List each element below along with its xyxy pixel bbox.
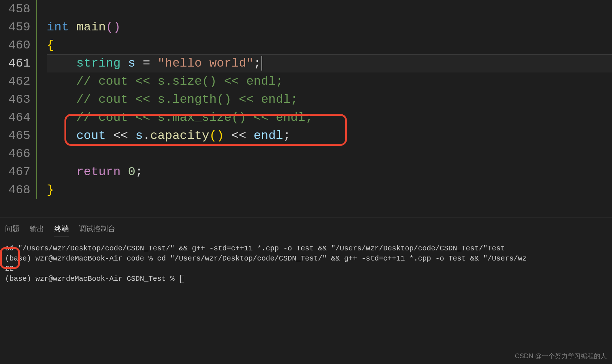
line-number-gutter: 458459460461462463464465466467468 (0, 0, 36, 199)
code-editor[interactable]: 458459460461462463464465466467468 int ma… (0, 0, 612, 217)
code-line[interactable]: int main() (47, 18, 612, 36)
code-line[interactable]: { (47, 36, 612, 54)
tab-terminal[interactable]: 终端 (54, 224, 69, 237)
code-line[interactable]: // cout << s.length() << endl; (47, 90, 612, 109)
line-number: 467 (0, 163, 30, 181)
terminal-output[interactable]: cd "/Users/wzr/Desktop/code/CSDN_Test/" … (0, 240, 612, 288)
code-content[interactable]: int main(){ string s = "hello world"; //… (38, 0, 612, 199)
line-number: 464 (0, 109, 30, 127)
terminal-line: (base) wzr@wzrdeMacBook-Air CSDN_Test % (5, 274, 607, 284)
line-number: 459 (0, 18, 30, 36)
tab-debug-console[interactable]: 调试控制台 (79, 224, 115, 237)
line-number: 462 (0, 72, 30, 90)
line-number: 460 (0, 36, 30, 54)
line-number: 468 (0, 181, 30, 199)
text-cursor (261, 56, 262, 71)
line-number: 461 (0, 54, 30, 72)
panel-tabs: 问题 输出 终端 调试控制台 (0, 217, 612, 240)
terminal-line: (base) wzr@wzrdeMacBook-Air code % cd "/… (5, 254, 607, 264)
code-line[interactable]: string s = "hello world"; (47, 54, 612, 72)
code-line[interactable] (47, 145, 612, 163)
line-number: 465 (0, 127, 30, 145)
watermark: CSDN @一个努力学习编程的人 (515, 352, 607, 360)
line-number: 458 (0, 0, 30, 18)
code-line[interactable]: cout << s.capacity() << endl; (47, 127, 612, 145)
tab-problems[interactable]: 问题 (5, 224, 20, 237)
code-line[interactable]: // cout << s.size() << endl; (47, 72, 612, 90)
terminal-line: 22 (5, 264, 607, 274)
code-line[interactable]: return 0; (47, 163, 612, 181)
code-line[interactable]: // cout << s.max_size() << endl; (47, 109, 612, 127)
terminal-cursor (180, 275, 184, 283)
line-number: 463 (0, 90, 30, 109)
line-number: 466 (0, 145, 30, 163)
code-line[interactable] (47, 0, 612, 18)
bottom-panel: 问题 输出 终端 调试控制台 cd "/Users/wzr/Desktop/co… (0, 217, 612, 364)
terminal-line: cd "/Users/wzr/Desktop/code/CSDN_Test/" … (5, 244, 607, 254)
code-line[interactable]: } (47, 181, 612, 199)
tab-output[interactable]: 输出 (30, 224, 44, 237)
